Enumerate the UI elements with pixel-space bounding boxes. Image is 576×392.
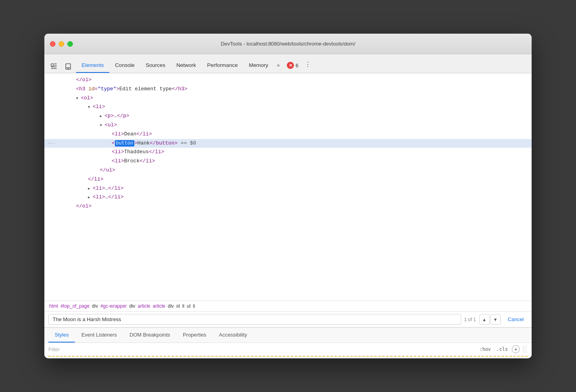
breadcrumb-item[interactable]: article xyxy=(153,303,165,309)
dom-line: <h3 id="type">Edit element type</h3> xyxy=(44,85,532,94)
error-indicator[interactable]: ✕ 6 xyxy=(287,62,298,73)
search-prev-button[interactable]: ▲ xyxy=(479,314,490,325)
svg-point-3 xyxy=(68,69,69,69)
maximize-button[interactable] xyxy=(67,41,73,47)
device-icon[interactable] xyxy=(62,60,74,73)
filter-actions: :hov .cls + xyxy=(478,345,520,353)
dom-line: <ol> xyxy=(44,94,532,103)
dom-line: </li> xyxy=(44,175,532,184)
svg-rect-0 xyxy=(51,64,53,66)
search-nav: ▲ ▼ xyxy=(479,314,501,325)
dom-line: <li>…</li> xyxy=(44,193,532,202)
panel-tabs: Styles Event Listeners DOM Breakpoints P… xyxy=(44,328,532,343)
bottom-panel: Styles Event Listeners DOM Breakpoints P… xyxy=(44,327,532,358)
breadcrumb-item[interactable]: ul xyxy=(187,303,191,309)
tab-accessibility[interactable]: Accessibility xyxy=(213,328,254,343)
button-highlight: button xyxy=(115,140,134,147)
cls-button[interactable]: .cls xyxy=(495,346,509,353)
breadcrumb-item[interactable]: li xyxy=(182,303,184,309)
dashed-border xyxy=(48,356,528,357)
tab-performance[interactable]: Performance xyxy=(202,54,243,73)
window-title: DevTools - localhost:8080/web/tools/chro… xyxy=(221,41,355,47)
tab-dom-breakpoints[interactable]: DOM Breakpoints xyxy=(123,328,177,343)
dom-line: <li> xyxy=(44,103,532,112)
filter-bar: :hov .cls + xyxy=(44,343,532,356)
dom-line: <ul> xyxy=(44,121,532,130)
dom-line-selected[interactable]: ... <button>Hank</button> == $0 xyxy=(44,139,532,148)
breadcrumb-item[interactable]: div xyxy=(168,303,174,309)
search-bar: 1 of 1 ▲ ▼ Cancel xyxy=(44,312,532,327)
dom-line: </ul> xyxy=(44,166,532,175)
breadcrumb-item[interactable]: ol xyxy=(176,303,180,309)
breadcrumb-item[interactable]: div xyxy=(129,303,135,309)
tab-console[interactable]: Console xyxy=(109,54,140,73)
tab-elements[interactable]: Elements xyxy=(76,54,109,73)
traffic-lights xyxy=(50,41,73,47)
error-badge: ✕ xyxy=(287,62,294,69)
breadcrumb-item[interactable]: #gc-wrapper xyxy=(100,303,127,309)
triangle-icon[interactable] xyxy=(76,94,81,103)
dom-line: <li>…</li> xyxy=(44,184,532,193)
devtools-window: DevTools - localhost:8080/web/tools/chro… xyxy=(44,34,532,358)
tab-more-button[interactable]: » xyxy=(274,59,283,73)
triangle-icon[interactable] xyxy=(100,121,105,129)
filter-input[interactable] xyxy=(48,346,475,352)
triangle-icon[interactable] xyxy=(88,185,93,193)
error-count: 6 xyxy=(296,63,298,69)
dom-line: </ol> xyxy=(44,76,532,85)
breadcrumb-bar: html #top_of_page div #gc-wrapper div ar… xyxy=(44,301,532,312)
breadcrumb-item[interactable]: div xyxy=(92,303,98,309)
search-input[interactable] xyxy=(48,314,461,325)
add-style-button[interactable]: + xyxy=(512,345,520,353)
inspector-icon[interactable] xyxy=(48,60,60,73)
breadcrumb-item[interactable]: article xyxy=(137,303,150,309)
dom-line: <li>Brock</li> xyxy=(44,157,532,166)
dom-line: </ol> xyxy=(44,202,532,211)
triangle-icon[interactable] xyxy=(100,112,105,120)
dom-tree[interactable]: </ol> <h3 id="type">Edit element type</h… xyxy=(44,73,532,301)
dom-line: <p>…</p> xyxy=(44,112,532,121)
tab-bar: Elements Console Sources Network Perform… xyxy=(44,54,532,73)
title-bar: DevTools - localhost:8080/web/tools/chro… xyxy=(44,34,532,54)
breadcrumb-item[interactable]: li xyxy=(193,303,195,309)
breadcrumb-item[interactable]: #top_of_page xyxy=(61,303,90,309)
close-button[interactable] xyxy=(50,41,55,47)
dom-line: <li>Thaddeus</li> xyxy=(44,148,532,157)
breadcrumb-item[interactable]: html xyxy=(49,303,58,309)
tab-menu-button[interactable]: ⋮ xyxy=(301,57,314,73)
search-next-button[interactable]: ▼ xyxy=(490,314,501,325)
search-counter: 1 of 1 xyxy=(464,317,476,322)
tab-properties[interactable]: Properties xyxy=(177,328,213,343)
triangle-icon[interactable] xyxy=(88,103,93,111)
tab-sources[interactable]: Sources xyxy=(140,54,171,73)
tab-styles[interactable]: Styles xyxy=(48,328,75,343)
tab-memory[interactable]: Memory xyxy=(243,54,274,73)
dom-line: <li>Dean</li> xyxy=(44,130,532,139)
tab-network[interactable]: Network xyxy=(171,54,202,73)
minimize-button[interactable] xyxy=(59,41,64,47)
triangle-icon[interactable] xyxy=(88,193,93,202)
hov-button[interactable]: :hov xyxy=(478,346,492,353)
search-cancel-button[interactable]: Cancel xyxy=(504,314,528,324)
tab-event-listeners[interactable]: Event Listeners xyxy=(75,328,123,343)
resize-handle[interactable] xyxy=(523,345,528,353)
